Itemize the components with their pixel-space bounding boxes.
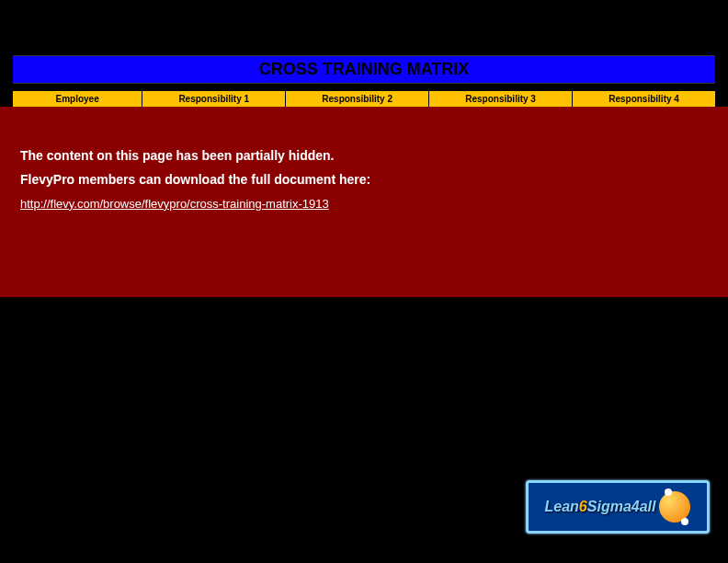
logo-text: Lean6Sigma4all [545, 499, 656, 515]
header-employee: Employee [13, 91, 142, 107]
header-resp2: Responsibility 2 [286, 91, 429, 107]
header-resp1: Responsibility 1 [142, 91, 286, 107]
download-link[interactable]: http://flevy.com/browse/flevypro/cross-t… [20, 197, 329, 211]
hidden-content-overlay: The content on this page has been partia… [0, 107, 728, 297]
logo-icon [659, 491, 690, 523]
header-resp3: Responsibility 3 [429, 91, 573, 107]
table-header-row: Employee Responsibility 1 Responsibility… [13, 91, 715, 107]
header-resp4: Responsibility 4 [573, 91, 715, 107]
brand-logo: Lean6Sigma4all [526, 480, 710, 534]
page-title: CROSS TRAINING MATRIX [13, 55, 715, 84]
overlay-message-2: FlevyPro members can download the full d… [20, 169, 708, 191]
overlay-message-1: The content on this page has been partia… [20, 145, 708, 167]
